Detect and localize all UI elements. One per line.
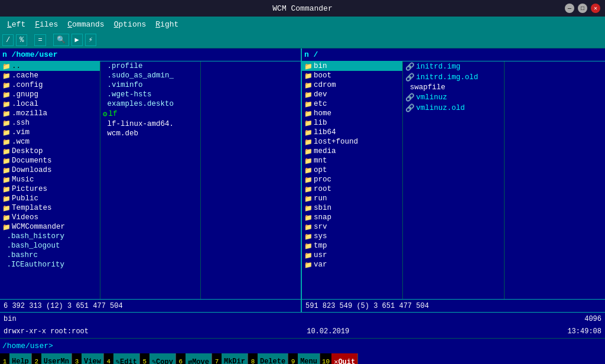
folder-icon: 📁 — [304, 63, 313, 70]
folder-icon: 📁 — [2, 223, 11, 231]
list-item[interactable]: .ICEauthority — [0, 260, 100, 269]
list-item[interactable]: wcm.deb — [100, 129, 200, 138]
list-item[interactable]: 📁etc — [302, 99, 402, 109]
list-item[interactable]: 📁home — [302, 109, 402, 118]
list-item[interactable]: 🔗vmlinuz — [403, 92, 503, 103]
list-item[interactable]: examples.deskto — [100, 99, 200, 109]
list-item[interactable]: 📁.mozilla — [0, 109, 100, 118]
fk9-num: 9 — [288, 353, 298, 364]
right-footer-text: 591 823 549 (5) 3 651 477 504 — [305, 302, 429, 310]
toolbar-play[interactable]: ▶ — [71, 34, 83, 46]
fk3[interactable]: 3 View — [72, 353, 104, 364]
list-item[interactable]: 📁proc — [302, 175, 402, 184]
list-item[interactable]: 📁sbin — [302, 203, 402, 213]
list-item[interactable]: 📁.vim — [0, 128, 100, 137]
list-item[interactable]: 📁root — [302, 184, 402, 194]
folder-icon: 📁 — [304, 167, 313, 174]
list-item[interactable]: 📁Public — [0, 194, 100, 203]
menu-commands[interactable]: Commands — [63, 19, 109, 30]
fk7[interactable]: 7 MkDir — [212, 353, 248, 364]
list-item[interactable]: 📁bin — [302, 61, 402, 71]
list-item[interactable]: .bash_logout — [0, 241, 100, 251]
maximize-button[interactable]: □ — [578, 4, 587, 13]
list-item[interactable]: 📁.cache — [0, 71, 100, 80]
list-item[interactable]: 📁snap — [302, 213, 402, 222]
list-item[interactable]: 📁usr — [302, 251, 402, 260]
cmdline: /home/user> — [0, 338, 605, 353]
list-item[interactable]: .sudo_as_admin_ — [100, 71, 200, 80]
list-item[interactable]: 📁Documents — [0, 156, 100, 165]
close-button[interactable]: ✕ — [591, 4, 600, 13]
list-item[interactable]: .viminfo — [100, 80, 200, 90]
list-item[interactable]: 📁lib64 — [302, 128, 402, 137]
list-item[interactable]: 📁Templates — [0, 203, 100, 213]
link-icon: 🔗 — [405, 73, 415, 82]
list-item[interactable]: 📁.. — [0, 61, 100, 71]
list-item[interactable]: 📁tmp — [302, 241, 402, 251]
list-item[interactable]: 📁.local — [0, 99, 100, 109]
toolbar-slash[interactable]: / — [2, 34, 14, 46]
fk9[interactable]: 9 Menu — [288, 353, 320, 364]
list-item[interactable]: 📁.gnupg — [0, 90, 100, 99]
fk10-num: 10 — [320, 353, 331, 364]
list-item[interactable]: 📁media — [302, 147, 402, 156]
list-item[interactable]: 📁cdrom — [302, 80, 402, 90]
window-controls: — □ ✕ — [565, 4, 600, 13]
list-item[interactable]: 📁opt — [302, 165, 402, 175]
list-item[interactable]: 📁dev — [302, 90, 402, 99]
list-item[interactable]: 📁Downloads — [0, 165, 100, 175]
fk2[interactable]: 2 UserMn — [32, 353, 72, 364]
folder-icon: 📁 — [2, 91, 11, 99]
list-item[interactable]: 🔗initrd.img — [403, 61, 503, 72]
list-item[interactable]: 📁srv — [302, 222, 402, 232]
status-filename: bin — [4, 315, 17, 323]
list-item[interactable]: 📁lib — [302, 118, 402, 128]
list-item[interactable]: 📁.ssh — [0, 118, 100, 128]
folder-icon: 📁 — [304, 176, 313, 184]
list-item[interactable]: 📁.wcm — [0, 137, 100, 147]
list-item[interactable]: .bashrc — [0, 251, 100, 260]
toolbar-search[interactable]: 🔍 — [53, 34, 69, 46]
fk5[interactable]: 5 ✎Copy — [140, 353, 176, 364]
fk10[interactable]: 10 ✕Quit — [320, 353, 358, 364]
list-item[interactable]: 📁Videos — [0, 213, 100, 222]
status-permissions: drwxr-xr-x root:root — [4, 327, 89, 336]
list-item[interactable]: .profile — [100, 61, 200, 71]
list-item[interactable]: .wget-hsts — [100, 90, 200, 99]
toolbar-percent[interactable]: % — [16, 34, 27, 46]
list-item[interactable]: 📁var — [302, 260, 402, 269]
fk8[interactable]: 8 Delete — [248, 353, 288, 364]
list-item[interactable]: 📁Music — [0, 175, 100, 184]
menu-options[interactable]: Options — [109, 19, 151, 30]
list-item[interactable]: 📁sys — [302, 232, 402, 241]
fk1[interactable]: 1 Help — [0, 353, 32, 364]
list-item[interactable]: 📁run — [302, 194, 402, 203]
fk6[interactable]: 6 ⇄Move — [176, 353, 212, 364]
list-item[interactable]: 🔗initrd.img.old — [403, 72, 503, 83]
minimize-button[interactable]: — — [565, 4, 574, 13]
list-item[interactable]: 🔗vmlinuz.old — [403, 103, 503, 113]
list-item[interactable]: 📁mnt — [302, 156, 402, 165]
list-item[interactable]: 📁.config — [0, 80, 100, 90]
list-item[interactable]: 📁WCMCommander — [0, 222, 100, 232]
list-item[interactable]: ⚙lf — [100, 109, 200, 119]
cmdline-input[interactable] — [53, 342, 603, 350]
list-item[interactable]: .bash_history — [0, 232, 100, 241]
menu-right[interactable]: Right — [151, 19, 183, 30]
fk4[interactable]: 4 ✎Edit — [104, 353, 140, 364]
toolbar-lightning[interactable]: ⚡ — [85, 34, 96, 46]
folder-icon: 📁 — [304, 261, 313, 269]
menu-files[interactable]: Files — [30, 19, 63, 30]
statusbar: bin 4096 drwxr-xr-x root:root 10.02.2019… — [0, 312, 605, 338]
fk8-num: 8 — [248, 353, 258, 364]
list-item[interactable]: 📁Desktop — [0, 147, 100, 156]
list-item[interactable]: swapfile — [403, 83, 503, 92]
list-item[interactable]: 📁lost+found — [302, 137, 402, 147]
list-item[interactable]: lf-linux-amd64. — [100, 119, 200, 129]
menu-left[interactable]: Left — [2, 19, 30, 30]
list-item[interactable]: 📁boot — [302, 71, 402, 80]
status-size: 4096 — [584, 315, 601, 323]
list-item[interactable]: 📁Pictures — [0, 184, 100, 194]
toolbar-equals[interactable]: = — [34, 34, 45, 46]
left-panel-header: n /home/user — [0, 48, 301, 61]
